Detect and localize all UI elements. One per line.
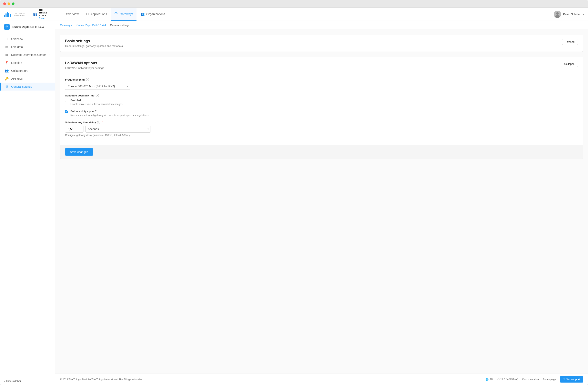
schedule-downlink-late-label: Schedule downlink late ?: [65, 94, 578, 97]
get-support-button[interactable]: ? Get support: [560, 376, 583, 383]
nav-items: ⊞ Overview ☐ Applications Gateways: [55, 8, 550, 20]
maximize-button[interactable]: [12, 2, 15, 5]
user-area[interactable]: Kevin Schiffer ▾: [550, 11, 588, 18]
basic-settings-header: Basic settings General settings, gateway…: [60, 35, 583, 52]
svg-point-13: [6, 27, 7, 27]
enforce-duty-cycle-desc: Recommended for all gateways in order to…: [70, 114, 578, 117]
breadcrumb-gateways[interactable]: Gateways: [60, 24, 72, 27]
tti-logo: [4, 11, 11, 17]
get-support-label: Get support: [566, 378, 580, 381]
user-name: Kevin Schiffer: [563, 13, 581, 16]
sidebar-item-generalsettings-label: General settings: [11, 85, 32, 88]
minimize-button[interactable]: [8, 2, 10, 5]
schedule-delay-hint: Configure gateway delay (minimum: 130ms,…: [65, 134, 578, 137]
svg-point-11: [556, 12, 559, 15]
enforce-duty-cycle-label[interactable]: Enforce duty cycle ?: [70, 110, 97, 113]
sidebar-item-noc[interactable]: ▦ Network Operations Center ↗: [0, 51, 55, 59]
tts-brand: THE THINGS STACK Cloud: [33, 9, 51, 20]
sidebar-item-api-keys[interactable]: 🔑 API keys: [0, 75, 55, 82]
breadcrumb-sep-1: ›: [73, 24, 74, 27]
schedule-delay-input[interactable]: [65, 126, 84, 133]
breadcrumb: Gateways › Kerlink iZeptoCell-E 5.4.4 › …: [55, 21, 588, 30]
sidebar-item-overview[interactable]: ⊞ Overview: [0, 35, 55, 43]
sidebar-item-live-data[interactable]: ▤ Live data: [0, 43, 55, 51]
documentation-link[interactable]: Documentation: [522, 378, 539, 381]
save-changes-button[interactable]: Save changes: [65, 148, 93, 156]
hide-sidebar-button[interactable]: ‹ Hide sidebar: [0, 377, 55, 385]
top-nav: THE THINGS INDUSTRIES THE THINGS STACK: [0, 8, 588, 21]
organizations-icon: 👥: [141, 12, 145, 16]
location-icon: 📍: [5, 61, 9, 65]
frequency-plan-label: Frequency plan ?: [65, 78, 578, 81]
external-link-icon: ↗: [49, 54, 50, 56]
sidebar: Kerlink iZeptoCell-E 5.4.4 ⊞ Overview ▤ …: [0, 21, 55, 385]
hide-sidebar-chevron-icon: ‹: [4, 380, 5, 383]
page-footer: © 2023 The Things Stack by The Things Ne…: [55, 374, 588, 385]
schedule-delay-help-icon[interactable]: ?: [97, 121, 100, 124]
overview-icon: ⊞: [62, 12, 64, 16]
noc-icon: ▦: [5, 53, 9, 57]
basic-settings-desc: General settings, gateway updates and me…: [65, 44, 123, 47]
basic-settings-title-area: Basic settings General settings, gateway…: [65, 39, 123, 47]
window-chrome: [0, 0, 588, 8]
sidebar-item-noc-label: Network Operations Center: [11, 53, 46, 57]
globe-icon: 🌐: [485, 378, 489, 381]
user-chevron-icon: ▾: [583, 13, 584, 16]
frequency-plan-select[interactable]: Europe 863-870 MHz (SF12 for RX2) US 902…: [65, 83, 130, 90]
status-page-link[interactable]: Status page: [543, 378, 556, 381]
sidebar-item-location[interactable]: 📍 Location: [0, 59, 55, 67]
breadcrumb-gateway-name[interactable]: Kerlink iZeptoCell-E 5.4.4: [76, 24, 106, 27]
nav-item-overview[interactable]: ⊞ Overview: [58, 8, 82, 20]
language-label: EN: [489, 378, 493, 381]
overview-sidebar-icon: ⊞: [5, 37, 9, 41]
sidebar-item-general-settings[interactable]: ⚙ General settings: [0, 82, 55, 91]
applications-icon: ☐: [86, 12, 89, 16]
schedule-downlink-checkbox[interactable]: [65, 99, 68, 102]
gateway-sidebar-icon: [5, 25, 9, 29]
sidebar-item-location-label: Location: [11, 61, 22, 64]
enforce-duty-cycle-checkbox[interactable]: [65, 110, 68, 113]
collaborators-icon: 👥: [5, 69, 9, 73]
sidebar-item-collaborators[interactable]: 👥 Collaborators: [0, 67, 55, 75]
schedule-downlink-checkbox-label[interactable]: Enabled: [70, 99, 81, 102]
brand-area: THE THINGS INDUSTRIES THE THINGS STACK: [0, 8, 55, 20]
api-keys-icon: 🔑: [5, 77, 9, 81]
collapse-button[interactable]: Collapse: [561, 61, 578, 67]
sidebar-item-apikeys-label: API keys: [11, 77, 22, 80]
sidebar-item-livedata-label: Live data: [11, 45, 23, 49]
support-question-icon: ?: [563, 378, 565, 381]
frequency-plan-select-wrapper: Europe 863-870 MHz (SF12 for RX2) US 902…: [65, 83, 130, 90]
lorawan-options-title: LoRaWAN options: [65, 61, 104, 65]
footer-version: v3.24.0 (fe01574ef): [497, 378, 518, 381]
gateway-name: Kerlink iZeptoCell-E 5.4.4: [12, 25, 44, 29]
gateways-svg-icon: [114, 12, 118, 15]
hide-sidebar-label: Hide sidebar: [6, 380, 21, 383]
enforce-duty-cycle-help-icon[interactable]: ?: [95, 110, 97, 113]
gateway-icon: [4, 24, 10, 30]
tts-logo-icon: [33, 11, 38, 17]
app-wrapper: THE THINGS INDUSTRIES THE THINGS STACK: [0, 8, 588, 385]
nav-item-applications[interactable]: ☐ Applications: [83, 8, 110, 20]
basic-settings-card: Basic settings General settings, gateway…: [60, 35, 583, 52]
breadcrumb-sep-2: ›: [107, 24, 108, 27]
svg-rect-6: [36, 14, 37, 14]
frequency-plan-help-icon[interactable]: ?: [86, 78, 89, 81]
general-settings-icon: ⚙: [5, 85, 9, 88]
expand-button[interactable]: Expand: [562, 39, 578, 45]
breadcrumb-current: General settings: [110, 24, 129, 27]
schedule-downlink-help-icon[interactable]: ?: [96, 94, 99, 97]
footer-language[interactable]: 🌐 EN: [485, 378, 493, 381]
gateways-icon: [114, 12, 118, 16]
tts-label: THE THINGS STACK: [39, 9, 51, 17]
save-area: Save changes: [60, 145, 583, 159]
schedule-delay-unit-wrapper: seconds milliseconds ▾: [85, 126, 151, 133]
enforce-duty-cycle-group: Enforce duty cycle ? Recommended for all…: [65, 110, 578, 117]
schedule-delay-unit-select[interactable]: seconds milliseconds: [85, 126, 151, 133]
enforce-duty-cycle-row: Enforce duty cycle ?: [65, 110, 578, 113]
page-content: Basic settings General settings, gateway…: [55, 30, 588, 374]
nav-item-gateways[interactable]: Gateways: [111, 8, 136, 20]
nav-item-organizations[interactable]: 👥 Organizations: [137, 8, 168, 20]
nav-organizations-label: Organizations: [146, 12, 165, 16]
schedule-any-time-delay-group: Schedule any time delay ? * seconds mill…: [65, 121, 578, 137]
close-button[interactable]: [3, 2, 6, 5]
